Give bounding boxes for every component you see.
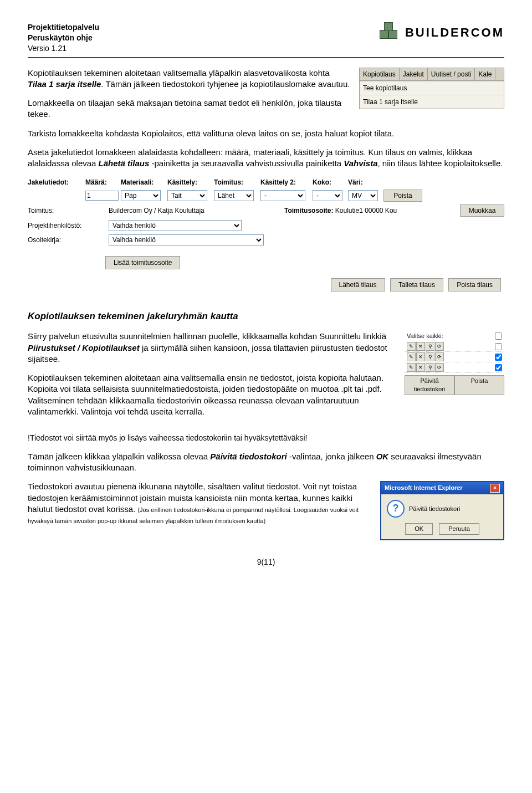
paragraph: Aseta jakelutiedot lomakkeen alalaidasta… (28, 147, 504, 170)
file-checkbox[interactable] (495, 343, 502, 350)
select-all-label: Valitse kaikki: (407, 332, 443, 340)
form-label: Osoitekirja: (28, 236, 105, 244)
cancel-button[interactable]: Peruuta (439, 523, 479, 535)
size-select[interactable]: - (313, 190, 342, 201)
menu-tab[interactable]: Kale (475, 68, 495, 80)
qty-input[interactable] (85, 191, 119, 201)
menu-tab[interactable]: Kopiotilaus (360, 68, 400, 80)
material-select[interactable]: Pap (121, 190, 161, 201)
delete-order-button[interactable]: Poista tilaus (448, 278, 501, 291)
close-icon[interactable]: × (490, 484, 500, 493)
delivery-select[interactable]: Lähet (214, 190, 254, 201)
form-label: Jakelutiedot: (28, 178, 83, 187)
handling-select[interactable]: Tait (167, 190, 207, 201)
file-action-icons[interactable]: ✎✕⚲⟳ (407, 363, 444, 372)
paragraph: Tarkista lomakkeelta kohdasta Kopiolaito… (28, 128, 504, 139)
form-label: Toimitus: (28, 206, 105, 215)
form-label: Koko: (313, 178, 346, 187)
paragraph: Tämän jälkeen klikkaa yläpalkin valikoss… (28, 451, 504, 474)
refresh-basket-button[interactable]: Päivitä tiedostokori (405, 375, 454, 395)
menu-screenshot: Kopiotilaus Jakelut Uutiset / posti Kale… (359, 68, 504, 110)
add-address-button[interactable]: Lisää toimitusosoite (105, 256, 180, 269)
logo-text: BUILDERCOM (405, 24, 504, 41)
form-label: Materiaali: (121, 178, 165, 187)
addressbook-select[interactable]: Vaihda henkilö (109, 234, 264, 245)
person-select[interactable]: Vaihda henkilö (109, 220, 242, 231)
doc-version: Versio 1.21 (28, 43, 99, 54)
doc-title-2: Peruskäytön ohje (28, 33, 99, 43)
note: !Tiedostot voi siirtää myös jo lisäys va… (28, 433, 504, 443)
dialog-title: Microsoft Internet Explorer (385, 484, 463, 493)
menu-tab[interactable]: Uutiset / posti (428, 68, 475, 80)
dialog-message: Päivitä tiedostokori (409, 505, 460, 513)
save-order-button[interactable]: Talleta tilaus (390, 278, 443, 291)
remove-button[interactable]: Poista (454, 375, 504, 395)
section-heading: Kopiotilauksen tekeminen jakeluryhmän ka… (28, 310, 504, 323)
edit-button[interactable]: Muokkaa (460, 204, 504, 217)
form-label: Määrä: (85, 178, 119, 187)
doc-title-1: Projektitietopalvelu (28, 22, 99, 33)
file-list-screenshot: Valitse kaikki: ✎✕⚲⟳ ✎✕⚲⟳ ✎✕⚲⟳ Päivitä t… (405, 331, 504, 395)
select-all-checkbox[interactable] (495, 332, 502, 340)
menu-item[interactable]: Tilaa 1 sarja itselle (360, 95, 504, 109)
file-action-icons[interactable]: ✎✕⚲⟳ (407, 342, 444, 351)
form-label: Toimitus: (214, 178, 258, 187)
order-form-screenshot: Jakelutiedot: Määrä: Materiaali: Käsitte… (28, 177, 504, 294)
logo-icon (380, 22, 401, 43)
page-number: 9(11) (28, 557, 504, 567)
menu-tab[interactable]: Jakelut (400, 68, 428, 80)
header-meta: Projektitietopalvelu Peruskäytön ohje Ve… (28, 22, 99, 54)
color-select[interactable]: MV (348, 190, 378, 201)
form-label: Käsittely: (167, 178, 212, 187)
file-action-icons[interactable]: ✎✕⚲⟳ (407, 352, 444, 361)
ok-button[interactable]: OK (405, 523, 433, 535)
form-label: Projektihenkilöstö: (28, 221, 105, 230)
send-order-button[interactable]: Lähetä tilaus (331, 278, 385, 291)
delete-row-button[interactable]: Poista (383, 190, 422, 202)
delivery-value: Buildercom Oy / Katja Kouluttaja (109, 206, 281, 215)
form-label: Väri: (348, 178, 381, 187)
question-icon: ? (387, 500, 405, 518)
menu-item[interactable]: Tee kopiotilaus (360, 81, 504, 95)
file-checkbox[interactable] (495, 364, 502, 371)
form-label: Käsittely 2: (260, 178, 310, 187)
handling2-select[interactable]: - (260, 190, 305, 201)
confirm-dialog-screenshot: Microsoft Internet Explorer × ? Päivitä … (380, 481, 504, 540)
logo: BUILDERCOM (380, 22, 504, 43)
page-header: Projektitietopalvelu Peruskäytön ohje Ve… (28, 22, 504, 58)
address-label: Toimitusosoite: Koulutie1 00000 Kou (284, 206, 457, 215)
file-checkbox[interactable] (495, 354, 502, 361)
